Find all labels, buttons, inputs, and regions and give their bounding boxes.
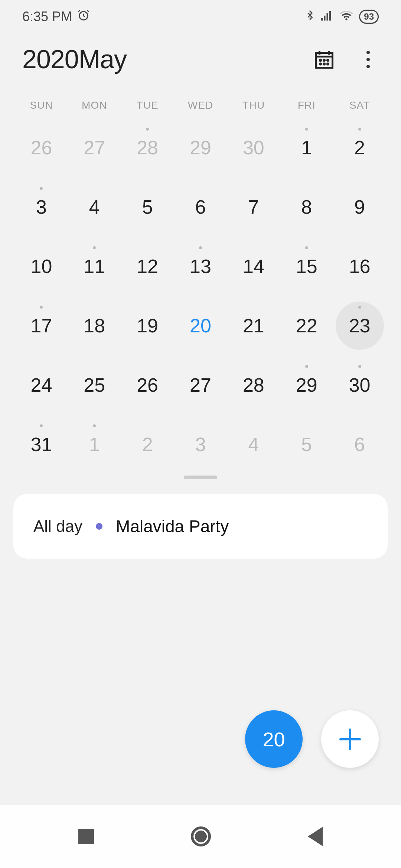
calendar-day[interactable]: 13	[174, 237, 227, 296]
calendar-day[interactable]: 11	[68, 237, 121, 296]
calendar-day[interactable]: 1	[68, 415, 121, 474]
battery-indicator: 93	[359, 10, 379, 24]
event-indicator-dot	[93, 424, 96, 427]
svg-point-11	[324, 63, 325, 65]
calendar-day[interactable]: 5	[280, 415, 333, 474]
day-number: 29	[296, 374, 317, 396]
day-number: 17	[31, 315, 52, 337]
calendar-day[interactable]: 24	[15, 355, 68, 415]
day-number: 2	[354, 137, 365, 159]
calendar-day[interactable]: 19	[121, 296, 174, 355]
calendar-day[interactable]: 31	[15, 415, 68, 474]
weekday-label: SUN	[15, 93, 68, 118]
day-number: 30	[349, 374, 371, 396]
status-time: 6:35 PM	[22, 9, 72, 24]
day-number: 31	[31, 433, 52, 456]
calendar-day[interactable]: 5	[121, 177, 174, 237]
calendar-day[interactable]: 2	[333, 118, 386, 177]
calendar-day[interactable]: 6	[174, 177, 227, 237]
nav-back-icon[interactable]	[308, 827, 323, 846]
day-number: 20	[190, 315, 211, 337]
calendar-day[interactable]: 28	[227, 355, 280, 415]
day-number: 1	[89, 433, 100, 456]
calendar-day[interactable]: 9	[333, 177, 386, 237]
day-number: 28	[243, 374, 264, 396]
calendar-day[interactable]: 14	[227, 237, 280, 296]
svg-point-8	[324, 60, 325, 61]
day-number: 22	[296, 315, 317, 337]
day-number: 2	[142, 433, 153, 456]
event-indicator-dot	[40, 424, 43, 427]
calendar-day[interactable]: 17	[15, 296, 68, 355]
weekday-label: TUE	[121, 93, 174, 118]
calendar-day[interactable]: 7	[227, 177, 280, 237]
status-bar: 6:35 PM	[0, 0, 401, 33]
event-card[interactable]: All day Malavida Party	[13, 494, 388, 559]
signal-icon	[320, 9, 334, 24]
weekday-label: SAT	[333, 93, 386, 118]
event-indicator-dot	[199, 246, 202, 249]
svg-point-5	[346, 18, 348, 20]
calendar-day[interactable]: 12	[121, 237, 174, 296]
jump-to-date-icon[interactable]	[313, 48, 335, 70]
calendar-day[interactable]: 20	[174, 296, 227, 355]
day-number: 18	[84, 315, 105, 337]
calendar-day[interactable]: 23	[333, 296, 386, 355]
calendar-day[interactable]: 29	[280, 355, 333, 415]
svg-rect-3	[327, 13, 329, 21]
drag-handle[interactable]	[184, 476, 217, 479]
calendar-day[interactable]: 29	[174, 118, 227, 177]
add-event-fab[interactable]	[321, 710, 379, 768]
event-time-label: All day	[33, 517, 82, 536]
calendar-day[interactable]: 30	[227, 118, 280, 177]
day-number: 12	[137, 255, 158, 277]
day-number: 27	[84, 137, 105, 159]
calendar-day[interactable]: 18	[68, 296, 121, 355]
calendar-day[interactable]: 16	[333, 237, 386, 296]
calendar-day[interactable]: 22	[280, 296, 333, 355]
day-number: 19	[137, 315, 158, 337]
calendar-day[interactable]: 8	[280, 177, 333, 237]
day-number: 26	[31, 137, 52, 159]
event-indicator-dot	[40, 187, 43, 190]
event-color-dot	[96, 523, 102, 530]
day-number: 15	[296, 255, 317, 277]
month-title[interactable]: 2020May	[22, 45, 313, 74]
day-number: 3	[36, 196, 47, 218]
calendar-day[interactable]: 30	[333, 355, 386, 415]
more-options-icon[interactable]	[365, 49, 371, 70]
day-number: 8	[301, 196, 312, 218]
calendar-day[interactable]: 10	[15, 237, 68, 296]
event-indicator-dot	[358, 365, 361, 368]
calendar-day[interactable]: 27	[68, 118, 121, 177]
event-indicator-dot	[146, 128, 149, 131]
calendar-day[interactable]: 2	[121, 415, 174, 474]
calendar-day[interactable]: 25	[68, 355, 121, 415]
weekday-label: WED	[174, 93, 227, 118]
svg-rect-4	[329, 11, 331, 21]
calendar-day[interactable]: 4	[68, 177, 121, 237]
nav-recent-icon[interactable]	[78, 829, 94, 844]
svg-point-10	[320, 63, 321, 65]
calendar-day[interactable]: 4	[227, 415, 280, 474]
day-number: 11	[84, 255, 105, 277]
calendar-day[interactable]: 6	[333, 415, 386, 474]
calendar-day[interactable]: 26	[121, 355, 174, 415]
calendar-header: 2020May	[0, 33, 401, 93]
day-number: 10	[31, 255, 52, 277]
alarm-icon	[77, 9, 90, 25]
event-indicator-dot	[305, 246, 308, 249]
calendar-day[interactable]: 15	[280, 237, 333, 296]
day-number: 24	[31, 374, 52, 396]
calendar-day[interactable]: 26	[15, 118, 68, 177]
calendar-day[interactable]: 3	[174, 415, 227, 474]
svg-point-7	[320, 60, 321, 61]
today-fab[interactable]: 20	[245, 710, 303, 768]
calendar-day[interactable]: 21	[227, 296, 280, 355]
calendar-day[interactable]: 27	[174, 355, 227, 415]
calendar-day[interactable]: 1	[280, 118, 333, 177]
nav-home-icon[interactable]	[191, 826, 211, 846]
calendar-day[interactable]: 28	[121, 118, 174, 177]
bluetooth-icon	[305, 9, 315, 25]
calendar-day[interactable]: 3	[15, 177, 68, 237]
